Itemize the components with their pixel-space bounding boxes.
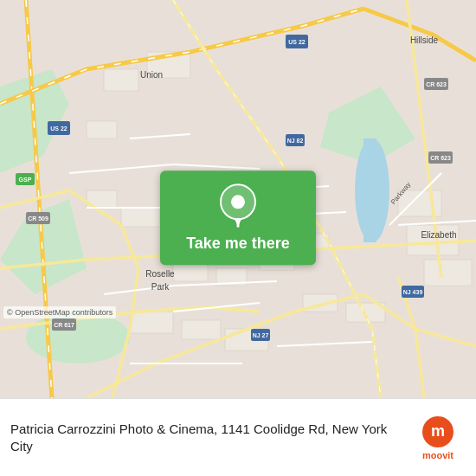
svg-text:US 22: US 22 bbox=[50, 125, 68, 132]
svg-rect-6 bbox=[363, 138, 376, 242]
moovit-logo: m moovit bbox=[410, 415, 466, 460]
svg-text:CR 509: CR 509 bbox=[28, 215, 48, 222]
svg-point-68 bbox=[231, 195, 245, 209]
svg-rect-7 bbox=[104, 69, 138, 91]
svg-text:NJ 27: NJ 27 bbox=[253, 332, 269, 338]
svg-text:Elizabeth: Elizabeth bbox=[421, 230, 456, 240]
svg-text:Park: Park bbox=[151, 282, 170, 292]
svg-rect-17 bbox=[424, 260, 472, 286]
take-me-there-button[interactable]: Take me there bbox=[160, 170, 316, 265]
location-pin-icon bbox=[219, 183, 257, 228]
svg-marker-70 bbox=[235, 219, 241, 226]
svg-text:CR 623: CR 623 bbox=[430, 155, 451, 161]
svg-text:Hillside: Hillside bbox=[410, 35, 439, 45]
map-attribution: © OpenStreetMap contributors bbox=[3, 306, 116, 318]
svg-text:CR 617: CR 617 bbox=[54, 322, 74, 328]
svg-text:CR 623: CR 623 bbox=[426, 81, 447, 87]
svg-text:US 22: US 22 bbox=[288, 39, 306, 45]
svg-text:NJ 82: NJ 82 bbox=[287, 138, 304, 144]
svg-rect-18 bbox=[130, 312, 173, 333]
moovit-label: moovit bbox=[422, 450, 453, 460]
svg-rect-21 bbox=[87, 121, 117, 138]
svg-text:Roselle: Roselle bbox=[145, 269, 175, 279]
location-text: Patricia Carrozzini Photo & Cinema, 1141… bbox=[10, 421, 402, 454]
attribution-text: © OpenStreetMap contributors bbox=[7, 308, 113, 317]
svg-text:Union: Union bbox=[140, 70, 163, 80]
svg-text:NJ 439: NJ 439 bbox=[403, 289, 423, 295]
take-me-there-label: Take me there bbox=[186, 235, 290, 253]
svg-text:m: m bbox=[431, 422, 445, 440]
svg-text:GSP: GSP bbox=[19, 177, 32, 183]
map-container: Union Hillside Roselle Park Elizabeth US… bbox=[0, 0, 476, 398]
moovit-logo-icon: m bbox=[421, 415, 454, 448]
svg-rect-10 bbox=[121, 208, 160, 227]
svg-rect-19 bbox=[182, 320, 221, 339]
bottom-bar: Patricia Carrozzini Photo & Cinema, 1141… bbox=[0, 398, 476, 476]
